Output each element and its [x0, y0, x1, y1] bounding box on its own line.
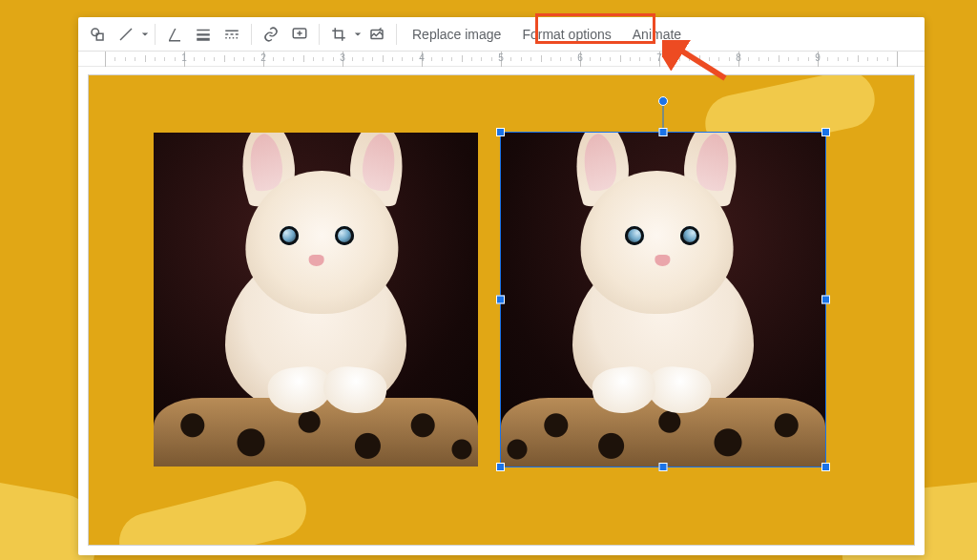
ruler-label: 9 [815, 52, 821, 63]
resize-handle-bl[interactable] [496, 463, 505, 471]
svg-rect-10 [236, 33, 239, 35]
format-options-button[interactable]: Format options [512, 21, 620, 48]
slide[interactable] [88, 74, 915, 546]
replace-image-button[interactable]: Replace image [403, 21, 510, 48]
border-dash-button[interactable] [218, 21, 245, 48]
shape-tool[interactable] [84, 21, 111, 48]
mask-dropdown[interactable] [354, 31, 362, 38]
ruler-label: 1 [181, 52, 187, 63]
rotation-stem [663, 104, 664, 129]
toolbar-separator [155, 24, 156, 45]
svg-rect-7 [225, 30, 239, 31]
resize-handle-tr[interactable] [821, 128, 830, 136]
crop-button[interactable] [325, 21, 352, 48]
border-weight-button[interactable] [190, 21, 217, 48]
svg-rect-6 [197, 37, 210, 40]
svg-rect-4 [197, 29, 210, 31]
resize-handle-r[interactable] [821, 296, 830, 304]
svg-rect-14 [237, 37, 239, 39]
line-tool[interactable] [113, 21, 139, 48]
svg-line-2 [120, 29, 132, 40]
resize-handle-t[interactable] [659, 128, 668, 136]
svg-rect-5 [197, 33, 210, 35]
ruler-label: 3 [340, 52, 345, 63]
toolbar-separator [396, 24, 397, 45]
ruler-label: 6 [577, 52, 583, 63]
resize-handle-br[interactable] [821, 463, 830, 471]
ruler-label: 2 [260, 52, 266, 63]
svg-rect-11 [225, 37, 227, 39]
svg-point-0 [92, 29, 99, 36]
animate-button[interactable]: Animate [623, 21, 691, 48]
ruler-label: 4 [419, 52, 425, 63]
add-comment-button[interactable] [286, 21, 313, 48]
svg-rect-12 [229, 37, 231, 39]
svg-rect-3 [169, 40, 180, 42]
border-color-button[interactable] [161, 21, 188, 48]
resize-handle-b[interactable] [659, 463, 668, 471]
slides-app-frame: Replace image Format options Animate 123… [78, 17, 925, 555]
link-button[interactable] [258, 21, 284, 48]
svg-rect-9 [231, 33, 234, 35]
horizontal-ruler: 123456789 [78, 52, 925, 67]
rotation-handle[interactable] [658, 96, 668, 106]
resize-handle-tl[interactable] [496, 128, 505, 136]
ruler-label: 8 [736, 52, 741, 63]
svg-rect-13 [233, 37, 235, 39]
canvas-area[interactable] [78, 67, 925, 555]
slide-decor [114, 475, 313, 546]
reset-image-button[interactable] [364, 21, 390, 48]
toolbar-separator [251, 24, 252, 45]
ruler-label: 5 [498, 52, 504, 63]
svg-rect-8 [225, 33, 228, 35]
toolbar-separator [319, 24, 320, 45]
toolbar: Replace image Format options Animate [78, 17, 925, 52]
kitten-image-right[interactable] [501, 133, 825, 467]
kitten-image-left[interactable] [154, 133, 478, 467]
resize-handle-l[interactable] [496, 296, 505, 304]
line-tool-dropdown[interactable] [141, 31, 149, 38]
ruler-label: 7 [656, 52, 662, 63]
